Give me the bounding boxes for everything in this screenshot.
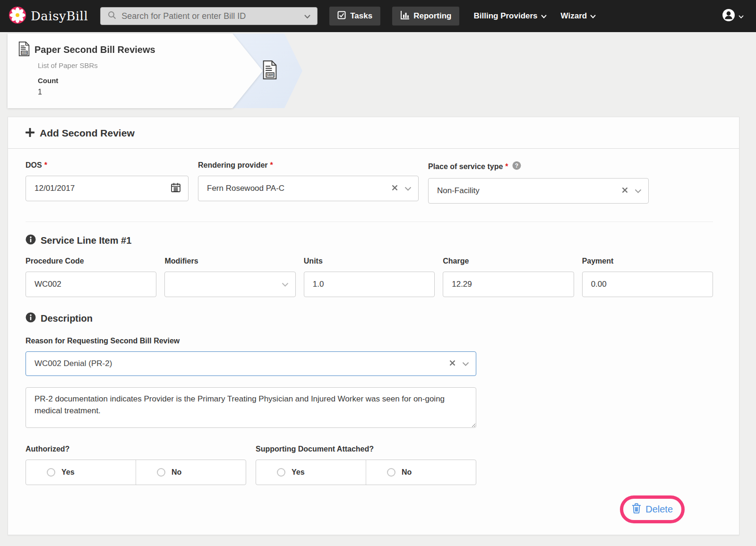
reporting-label: Reporting: [413, 11, 451, 21]
wizard-label: Wizard: [561, 11, 587, 21]
procedure-code-field: [26, 272, 156, 297]
top-navbar: DaisyBill Tasks Reporting: [0, 0, 756, 32]
supporting-doc-yes-option[interactable]: Yes: [256, 460, 366, 485]
radio-button-icon[interactable]: [47, 468, 55, 477]
calendar-icon[interactable]: [170, 182, 181, 195]
user-account-menu[interactable]: [722, 8, 744, 24]
chevron-down-icon[interactable]: [635, 187, 642, 195]
billing-providers-menu[interactable]: Billing Providers: [473, 11, 546, 21]
daisy-flower-icon: [9, 6, 26, 26]
info-icon: [26, 234, 36, 247]
form-title: Add Second Review: [40, 128, 135, 139]
units-label: Units: [304, 257, 435, 265]
billing-providers-label: Billing Providers: [473, 11, 537, 21]
tasks-checkbox-icon: [337, 11, 346, 22]
svg-text:SBR: SBR: [267, 73, 274, 77]
global-search[interactable]: [100, 7, 318, 25]
charge-input[interactable]: [443, 272, 573, 297]
tasks-label: Tasks: [350, 11, 372, 21]
rendering-provider-input[interactable]: [198, 176, 418, 201]
chevron-down-icon: [590, 11, 596, 21]
authorized-no-option[interactable]: No: [136, 460, 246, 485]
clear-x-icon[interactable]: [392, 184, 398, 193]
search-icon: [107, 10, 117, 22]
daisybill-logo[interactable]: DaisyBill: [9, 6, 88, 26]
info-icon: [26, 312, 36, 324]
radio-button-icon[interactable]: [387, 468, 395, 477]
payment-input[interactable]: [583, 272, 713, 297]
reporting-button[interactable]: Reporting: [392, 7, 459, 26]
plus-icon: [26, 128, 34, 139]
charge-field: [443, 272, 574, 297]
procedure-code-input[interactable]: [26, 272, 156, 297]
place-of-service-field: [428, 178, 649, 204]
chevron-down-icon: [541, 11, 547, 21]
radio-button-icon[interactable]: [277, 468, 285, 477]
wizard-menu[interactable]: Wizard: [561, 11, 596, 21]
trash-icon: [632, 503, 641, 516]
help-icon[interactable]: ?: [512, 161, 521, 172]
tasks-button[interactable]: Tasks: [329, 7, 380, 26]
place-of-service-input[interactable]: [429, 179, 648, 203]
rendering-provider-label: Rendering provider*: [198, 161, 419, 170]
bar-chart-icon: [400, 11, 409, 22]
modifiers-input[interactable]: [165, 272, 295, 297]
modifiers-field: [164, 272, 295, 297]
chevron-down-icon[interactable]: [462, 359, 469, 368]
rendering-provider-field: [198, 176, 419, 201]
user-avatar-icon: [722, 8, 736, 24]
dos-label: DOS*: [26, 161, 189, 170]
authorized-yes-option[interactable]: Yes: [26, 460, 136, 485]
delete-label: Delete: [645, 504, 673, 515]
chevron-down-icon: [739, 12, 744, 20]
reason-label: Reason for Requesting Second Bill Review: [26, 337, 713, 345]
sbr-document-icon: SBR: [18, 42, 30, 58]
charge-label: Charge: [443, 257, 574, 265]
radio-button-icon[interactable]: [157, 468, 165, 477]
svg-text:?: ?: [515, 162, 518, 169]
svg-text:SBR: SBR: [22, 51, 27, 54]
supporting-doc-no-option[interactable]: No: [366, 460, 476, 485]
reason-select-field: [26, 351, 476, 376]
dos-input[interactable]: [26, 176, 188, 201]
count-label: Count: [38, 77, 263, 85]
sbr-document-icon: SBR: [262, 60, 278, 81]
delete-button[interactable]: Delete: [632, 503, 673, 516]
authorized-radio-group: Yes No: [26, 460, 246, 485]
units-field: [304, 272, 435, 297]
reason-details-textarea[interactable]: PR-2 documentation indicates Provider is…: [26, 387, 476, 428]
payment-field: [582, 272, 713, 297]
reason-select-input[interactable]: [26, 352, 476, 375]
page-title: Paper Second Bill Reviews: [34, 44, 155, 55]
service-line-title: Service Line Item #1: [41, 235, 131, 246]
clear-x-icon[interactable]: [622, 187, 628, 195]
modifiers-label: Modifiers: [164, 257, 295, 265]
description-title: Description: [41, 313, 93, 324]
supporting-doc-radio-group: Yes No: [256, 460, 476, 485]
search-dropdown-caret-icon[interactable]: [304, 12, 310, 20]
add-second-review-panel: Add Second Review DOS*: [8, 117, 739, 535]
clear-x-icon[interactable]: [449, 359, 455, 368]
breadcrumb-strip: SBR SBR Paper Second Bill Review: [0, 32, 756, 117]
place-of-service-label: Place of service type* ?: [428, 161, 649, 172]
supporting-doc-label: Supporting Document Attached?: [256, 445, 476, 453]
count-value: 1: [38, 88, 263, 96]
dos-field: [26, 176, 189, 201]
page-subtitle: List of Paper SBRs: [38, 61, 263, 69]
breadcrumb-current-step-card[interactable]: SBR Paper Second Bill Reviews List of Pa…: [8, 34, 263, 108]
search-input[interactable]: [121, 11, 300, 21]
brand-name: DaisyBill: [31, 9, 88, 23]
procedure-code-label: Procedure Code: [26, 257, 156, 265]
units-input[interactable]: [304, 272, 434, 297]
annotation-highlight-ring: Delete: [620, 495, 685, 523]
chevron-down-icon[interactable]: [282, 280, 289, 289]
authorized-label: Authorized?: [26, 445, 246, 453]
chevron-down-icon[interactable]: [404, 184, 412, 193]
payment-label: Payment: [582, 257, 713, 265]
